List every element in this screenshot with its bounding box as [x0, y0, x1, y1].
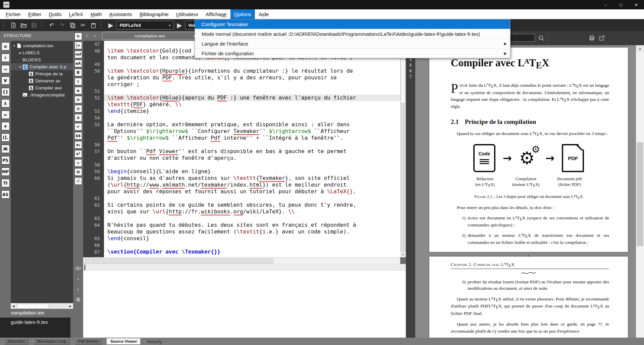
code-line[interactable]: 67\section{Compiler avec \Texmaker{}}	[83, 249, 400, 255]
tree-expander-icon[interactable]: ▶	[18, 51, 22, 55]
tree-item[interactable]: BLOCKS	[11, 56, 73, 63]
code-line[interactable]: ainsi que sur \url{http://fr.wikibooks.o…	[83, 208, 400, 215]
menu-aide[interactable]: Aide	[255, 9, 272, 19]
code-line[interactable]: 58	[83, 161, 400, 168]
menu-editer[interactable]: Editer	[24, 9, 45, 19]
menu-item-option[interactable]: Mode normal (document maître actuel :D:\…	[195, 29, 510, 39]
editor-tool-3-icon[interactable]: B	[74, 69, 82, 76]
statusbar-button-pdf-viewer[interactable]: Pdf Viewer	[75, 338, 102, 345]
code-line[interactable]: d'activer ou non cette fenêtre d'aperçu.	[83, 155, 400, 161]
menu-options[interactable]: Options	[230, 9, 255, 19]
sidebar-tool-3-icon[interactable]: ∀	[1, 76, 10, 85]
editor-tool-14-icon[interactable]: ⊞	[74, 168, 82, 176]
editor-tool-9-icon[interactable]: ↵	[74, 123, 82, 131]
menu-item-option[interactable]: Fichier de configuration▶	[195, 49, 510, 58]
code-line[interactable]: 53\end{itemize}	[83, 108, 400, 115]
code-line[interactable]: Pdf'' $\rightarrow$ ``Afficheur Pdf inte…	[83, 135, 400, 141]
code-line[interactable]: \texttt{PDF} généré. \\	[83, 101, 400, 108]
next-icon[interactable]: ›	[77, 276, 79, 282]
sidebar-tool-0-icon[interactable]: ≡	[1, 42, 10, 51]
redo-icon[interactable]: ↷	[58, 21, 66, 29]
eye-icon[interactable]	[75, 266, 82, 271]
tree-item[interactable]: SPrincipe de la	[11, 70, 73, 77]
scrollbar-thumb[interactable]	[85, 259, 273, 264]
prev-icon[interactable]: ‹	[77, 286, 79, 292]
menu-bibliographie[interactable]: Bibliographie	[136, 9, 172, 19]
scroll-down-icon[interactable]: ▼	[400, 252, 406, 257]
maximize-button[interactable]: □	[613, 0, 629, 9]
menu-math[interactable]: Math	[87, 9, 105, 19]
menu-utilisateur[interactable]: Utilisateur	[172, 9, 202, 19]
tree-item[interactable]: ./Images/compilat	[11, 91, 73, 98]
save-icon[interactable]	[30, 21, 38, 29]
minimize-button[interactable]: –	[598, 0, 613, 9]
code-line[interactable]: 51	[83, 88, 400, 94]
refresh-structure-icon[interactable]: ↻	[74, 32, 82, 40]
sidebar-tool-2-icon[interactable]: ⇒	[1, 65, 10, 73]
menu-item-option[interactable]: Langue de l'interface▶	[195, 39, 510, 49]
code-line[interactable]: 55La dernière option, extrêmement pratiq…	[83, 121, 400, 128]
messages-log-panel[interactable]	[83, 264, 406, 338]
open-file-item[interactable]: guide-latex-fr.tex	[11, 319, 48, 325]
pdf-view-area[interactable]: Compiler avec LATEX POUR faire du LATEX,…	[415, 45, 636, 338]
editor-tool-6-icon[interactable]: ≡	[74, 96, 82, 104]
tree-expander-icon[interactable]: ▼	[18, 65, 22, 69]
code-line[interactable]: 54	[83, 115, 400, 121]
editor-tool-10-icon[interactable]: $$	[74, 132, 82, 140]
copy-icon[interactable]	[68, 21, 77, 29]
sidebar-tool-9-icon[interactable]: Ж	[1, 145, 10, 153]
menu-fichier[interactable]: Fichier	[2, 9, 24, 19]
tab-next-icon[interactable]: ›	[94, 32, 96, 39]
code-line[interactable]: 64N'hésite pas quand tu débutes. Les deu…	[83, 222, 400, 228]
code-line[interactable]: pour avoir des réponses et fournit aussi…	[83, 188, 400, 195]
tree-item[interactable]: ▼compilation.tex	[11, 42, 73, 49]
tree-item[interactable]: ▼CCompiler avec \La	[11, 63, 73, 70]
tree-expander-icon[interactable]: ▼	[12, 44, 16, 48]
editor-tool-15-icon[interactable]: √	[74, 177, 82, 185]
editor-vertical-scrollbar[interactable]: ▲ ▼	[400, 41, 406, 257]
tree-item[interactable]: SDémarrer av	[11, 77, 73, 84]
sidebar-tool-5-icon[interactable]: λ	[1, 99, 10, 108]
scrollbar-thumb[interactable]	[17, 304, 48, 309]
toolbar-grip[interactable]	[3, 21, 5, 29]
code-line[interactable]: 63	[83, 215, 400, 222]
tab-prev-icon[interactable]: ‹	[86, 32, 88, 39]
pdf-page-list[interactable]: 4567	[406, 45, 415, 338]
tree-item[interactable]: SCompiler ave	[11, 84, 73, 91]
external-viewer-icon[interactable]	[599, 35, 605, 43]
code-line[interactable]: 61	[83, 195, 400, 202]
scroll-right-icon[interactable]: ▶	[68, 303, 73, 309]
scrollbar-track[interactable]	[16, 303, 68, 309]
cut-icon[interactable]: ✂	[78, 21, 87, 29]
code-line[interactable]: 66	[83, 242, 400, 249]
toolbar-grip[interactable]	[42, 21, 44, 29]
view-run-button[interactable]: ▶	[177, 21, 182, 29]
compile-command-select[interactable]: PDFLaTeX ▾	[117, 21, 174, 29]
print-icon[interactable]	[589, 35, 595, 43]
toolbar-grip[interactable]	[101, 21, 103, 29]
editor-horizontal-scrollbar[interactable]	[83, 257, 400, 264]
code-line[interactable]: 65\end{conseil}	[83, 235, 400, 242]
close-button[interactable]: ✕	[629, 0, 644, 9]
pdf-vertical-scrollbar[interactable]: ▲	[636, 45, 644, 338]
menu-affichage[interactable]: Affichage	[202, 9, 230, 19]
statusbar-button-structure[interactable]: Structure	[4, 338, 29, 345]
code-line[interactable]: la génération du PDF. Très utile, s'il y…	[83, 74, 400, 81]
statusbar-button-messages-log[interactable]: Messages / Log	[34, 338, 70, 345]
code-line[interactable]: 52\item \textcolor{Hblue}{aperçu du PDF …	[83, 94, 400, 101]
code-line[interactable]: corriger ;	[83, 81, 400, 88]
code-line[interactable]: 62Si certains points de ce guide te semb…	[83, 202, 400, 208]
sidebar-tool-8-icon[interactable]: (].	[1, 133, 10, 142]
scroll-left-icon[interactable]: ◀	[11, 303, 16, 309]
editor-tool-8-icon[interactable]: ≡	[74, 114, 82, 122]
open-folder-icon[interactable]	[19, 21, 28, 29]
scroll-up-icon[interactable]: ▲	[636, 45, 644, 52]
compile-run-button[interactable]: ▶	[108, 21, 113, 29]
menu-item-option[interactable]: Configurer Texmaker	[195, 19, 510, 29]
open-file-item-current[interactable]: compilation.tex	[11, 310, 44, 316]
editor-tool-0-icon[interactable]: |+	[74, 42, 82, 49]
structure-horizontal-scrollbar[interactable]: ◀ ▶	[11, 303, 73, 309]
undo-icon[interactable]: ↶	[47, 21, 56, 29]
scrollbar-thumb[interactable]	[637, 142, 643, 246]
code-line[interactable]: 56	[83, 141, 400, 148]
